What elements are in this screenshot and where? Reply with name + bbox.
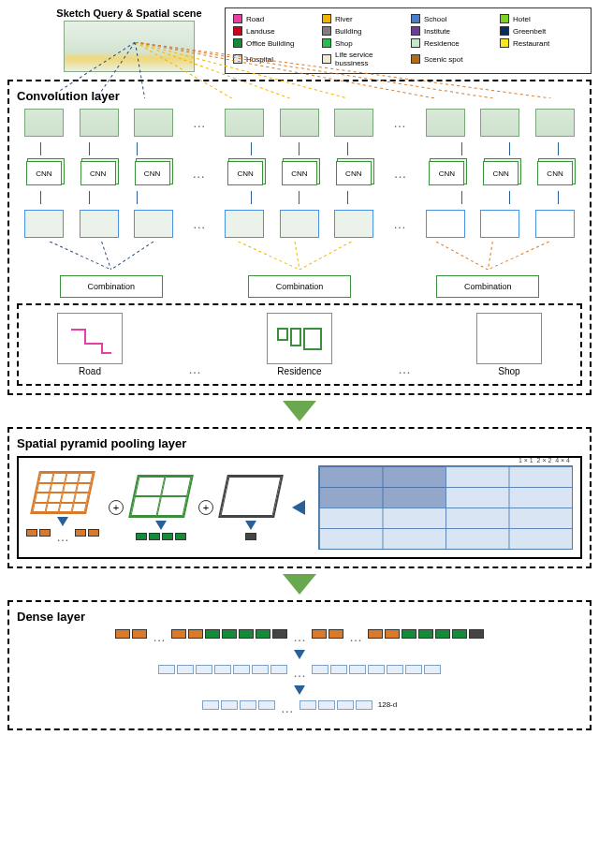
merge-lines xyxy=(17,242,582,270)
legend-item: Restaurant xyxy=(500,38,583,48)
legend-swatch xyxy=(500,26,509,36)
combination-box: Combination xyxy=(60,275,163,298)
svg-line-10 xyxy=(102,242,111,270)
ellipsis: … xyxy=(189,115,210,130)
legend-item: Landuse xyxy=(233,26,316,36)
concat-icon: + xyxy=(109,500,124,515)
input-tile xyxy=(280,109,319,137)
left-arrow-icon xyxy=(292,500,305,515)
vector-cell xyxy=(240,700,256,710)
legend-label: Hotel xyxy=(513,15,531,23)
class-shop: Shop xyxy=(476,313,542,376)
vector-cell xyxy=(239,629,254,639)
legend: RoadRiverSchoolHotelLanduseBuildingInsti… xyxy=(225,7,592,74)
input-tile xyxy=(535,109,575,137)
input-tile xyxy=(480,109,519,137)
connector-line xyxy=(251,191,252,204)
dense-input-vec: ……… xyxy=(17,629,582,644)
ellipsis: … xyxy=(394,361,415,376)
spp-inner: … + + 1 × 1 2 × 2 xyxy=(17,456,582,559)
legend-swatch xyxy=(233,26,242,36)
vector-cell xyxy=(214,665,231,674)
vector-cell xyxy=(405,665,422,674)
scale-4: 4 × 4 xyxy=(555,457,570,463)
down-arrow-icon xyxy=(294,685,305,695)
legend-swatch xyxy=(411,26,420,36)
legend-label: Residence xyxy=(424,39,460,48)
legend-swatch xyxy=(322,54,331,64)
class-residence-vis xyxy=(267,313,332,364)
grid-4x4 xyxy=(30,471,95,514)
svg-line-13 xyxy=(295,242,300,270)
vector-cell xyxy=(252,665,269,674)
legend-swatch xyxy=(411,54,420,64)
legend-item: Office Building xyxy=(233,38,316,48)
vector-cell xyxy=(300,700,316,710)
down-arrow-icon xyxy=(57,517,68,526)
ellipsis: … xyxy=(149,629,169,644)
legend-swatch xyxy=(233,38,242,48)
spp-example-map: 1 × 1 2 × 2 4 × 4 xyxy=(318,465,573,550)
connector-line xyxy=(251,142,252,155)
legend-label: River xyxy=(335,15,353,23)
vector-cell xyxy=(115,629,130,639)
legend-swatch xyxy=(322,26,331,36)
vector-cell xyxy=(258,700,275,710)
connector-line xyxy=(89,191,90,204)
connector-line xyxy=(461,191,462,204)
class-results: Road … Residence … Shop xyxy=(17,303,582,386)
top-row: Sketch Query & Spatial scene RoadRiverSc… xyxy=(7,7,592,74)
connector-line xyxy=(137,142,138,155)
vector-cell xyxy=(337,700,354,710)
down-arrow-icon xyxy=(155,521,167,530)
concat-icon: + xyxy=(198,500,213,515)
spp-stage: Spatial pyramid pooling layer … + + xyxy=(7,427,592,568)
vector-cell xyxy=(356,700,373,710)
vector-cell xyxy=(469,629,484,639)
vector-cell xyxy=(387,665,403,674)
legend-label: Shop xyxy=(335,39,353,48)
vector-cell xyxy=(318,700,335,710)
dense-out-label: 128-d xyxy=(378,700,397,715)
vector-cell xyxy=(349,665,366,674)
vector-cell xyxy=(330,665,347,674)
vector-cell xyxy=(222,629,237,639)
connector-line xyxy=(558,191,559,204)
legend-label: Office Building xyxy=(246,39,294,48)
cnn-cube: CNN xyxy=(135,161,170,185)
vector-cell xyxy=(171,629,186,639)
road-path-icon xyxy=(66,320,113,358)
input-tile xyxy=(426,109,465,137)
grid-1x1 xyxy=(218,475,284,518)
svg-line-9 xyxy=(50,242,110,270)
legend-swatch xyxy=(322,38,331,48)
connector-line xyxy=(558,142,559,155)
ellipsis: … xyxy=(289,665,310,680)
legend-swatch xyxy=(500,38,509,48)
sketch-query-block: Sketch Query & Spatial scene xyxy=(45,7,213,72)
ellipsis: … xyxy=(188,166,209,181)
ellipsis: … xyxy=(390,166,411,181)
legend-item: Shop xyxy=(322,38,405,48)
legend-swatch xyxy=(411,14,420,23)
connector-line xyxy=(137,191,138,204)
sketch-title: Sketch Query & Spatial scene xyxy=(45,7,213,19)
vector-cell xyxy=(368,629,383,639)
ellipsis: … xyxy=(189,216,210,231)
grid-2x2 xyxy=(128,475,194,518)
conv-arrow-row xyxy=(17,140,582,157)
class-road-label: Road xyxy=(57,366,123,376)
connector-line xyxy=(299,142,300,155)
spp-scale-labels: 1 × 1 2 × 2 4 × 4 xyxy=(519,457,570,463)
legend-item: Building xyxy=(322,26,405,36)
merge-svg xyxy=(17,242,582,270)
feature-map xyxy=(280,210,319,238)
ellipsis: … xyxy=(52,529,73,544)
vector-cell xyxy=(329,629,343,639)
vector-cell xyxy=(312,665,329,674)
feature-map xyxy=(24,210,64,238)
legend-item: Hospital xyxy=(233,51,316,67)
spp-title: Spatial pyramid pooling layer xyxy=(17,436,582,450)
legend-label: Institute xyxy=(424,27,450,36)
legend-label: Building xyxy=(335,27,361,36)
